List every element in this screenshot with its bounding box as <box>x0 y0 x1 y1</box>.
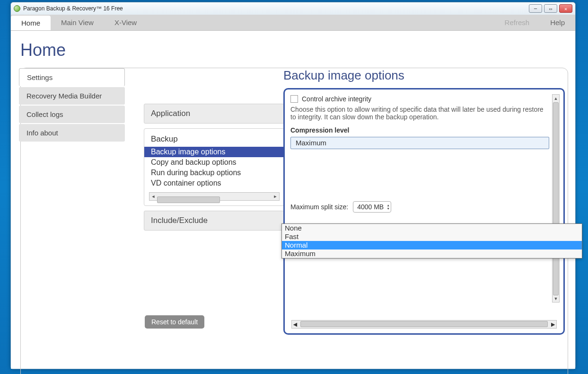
split-size-input[interactable]: 4000 MB ▲ ▼ <box>353 201 391 213</box>
spin-down-icon[interactable]: ▼ <box>386 207 390 210</box>
backup-item-run-options[interactable]: Run during backup options <box>144 168 284 178</box>
app-window: Paragon Backup & Recovery™ 16 Free ─ ▭ ✕… <box>10 2 576 369</box>
options-vertical-scrollbar[interactable]: ▲ ▼ <box>552 94 560 303</box>
split-size-label: Maximum split size: <box>290 203 348 211</box>
control-integrity-label: Control archive integrity <box>302 95 371 103</box>
scroll-right-icon[interactable]: ► <box>272 193 279 200</box>
app-logo-icon <box>14 5 20 12</box>
section-backup: Backup Backup image options Copy and bac… <box>144 128 285 206</box>
spin-up-icon[interactable]: ▲ <box>386 204 390 207</box>
dropdown-option-none[interactable]: None <box>282 224 582 232</box>
dropdown-option-fast[interactable]: Fast <box>282 232 582 241</box>
help-button[interactable]: Help <box>540 15 575 30</box>
tab-main-view[interactable]: Main View <box>51 15 104 30</box>
right-panel-title: Backup image options <box>283 68 404 83</box>
tab-home[interactable]: Home <box>11 16 51 30</box>
section-include-exclude[interactable]: Include/Exclude <box>144 211 285 231</box>
titlebar[interactable]: Paragon Backup & Recovery™ 16 Free ─ ▭ ✕ <box>11 2 575 15</box>
sidebar-item-settings[interactable]: Settings <box>19 68 125 86</box>
split-size-value: 4000 MB <box>357 203 384 211</box>
sidebar-item-collect-logs[interactable]: Collect logs <box>19 106 125 123</box>
backup-list-scrollbar[interactable]: ◄ ► <box>149 192 280 201</box>
control-integrity-checkbox[interactable] <box>290 95 298 103</box>
backup-item-image-options[interactable]: Backup image options <box>144 147 284 157</box>
scroll-up-icon[interactable]: ▲ <box>553 95 559 102</box>
refresh-button[interactable]: Refresh <box>494 15 540 30</box>
maximize-button[interactable]: ▭ <box>544 4 557 13</box>
section-backup-header[interactable]: Backup <box>144 134 284 147</box>
sidebar: Settings Recovery Media Builder Collect … <box>19 67 125 142</box>
backup-item-vd-container[interactable]: VD container options <box>144 178 284 188</box>
options-horizontal-scrollbar[interactable]: ◄ ► <box>291 320 557 329</box>
sidebar-item-recovery-media[interactable]: Recovery Media Builder <box>19 87 125 105</box>
minimize-button[interactable]: ─ <box>529 4 542 13</box>
options-panel: Control archive integrity Choose this op… <box>283 88 565 335</box>
scroll-left-icon[interactable]: ◄ <box>149 193 157 200</box>
top-tabs: Home Main View X-View Refresh Help <box>11 15 575 31</box>
compression-level-label: Compression level <box>290 126 549 134</box>
scroll-down-icon[interactable]: ▼ <box>553 295 559 302</box>
content-area: Home Settings Recovery Media Builder Col… <box>11 31 575 369</box>
dropdown-option-maximum[interactable]: Maximum <box>282 249 582 258</box>
scroll-thumb[interactable] <box>157 196 220 203</box>
sidebar-item-info-about[interactable]: Info about <box>19 124 125 142</box>
vertical-scroll-thumb[interactable] <box>553 102 559 295</box>
close-button[interactable]: ✕ <box>559 4 572 13</box>
control-integrity-description: Choose this option to allow writing of s… <box>290 106 549 121</box>
settings-categories: Application Backup Backup image options … <box>144 104 285 235</box>
tab-x-view[interactable]: X-View <box>104 15 147 30</box>
main-panel: Settings Recovery Media Builder Collect … <box>20 68 568 374</box>
window-title: Paragon Backup & Recovery™ 16 Free <box>23 5 123 12</box>
backup-item-copy-options[interactable]: Copy and backup options <box>144 157 284 168</box>
compression-level-dropdown[interactable]: None Fast Normal Maximum <box>281 223 582 258</box>
page-title: Home <box>20 40 575 60</box>
horizontal-scroll-thumb[interactable] <box>300 321 548 327</box>
dropdown-option-normal[interactable]: Normal <box>282 241 582 249</box>
scroll-right-icon[interactable]: ► <box>550 321 556 328</box>
compression-level-select[interactable]: Maximum <box>290 137 549 149</box>
reset-to-default-button[interactable]: Reset to default <box>145 315 204 329</box>
scroll-left-icon[interactable]: ◄ <box>292 321 298 328</box>
section-application[interactable]: Application <box>144 104 285 124</box>
